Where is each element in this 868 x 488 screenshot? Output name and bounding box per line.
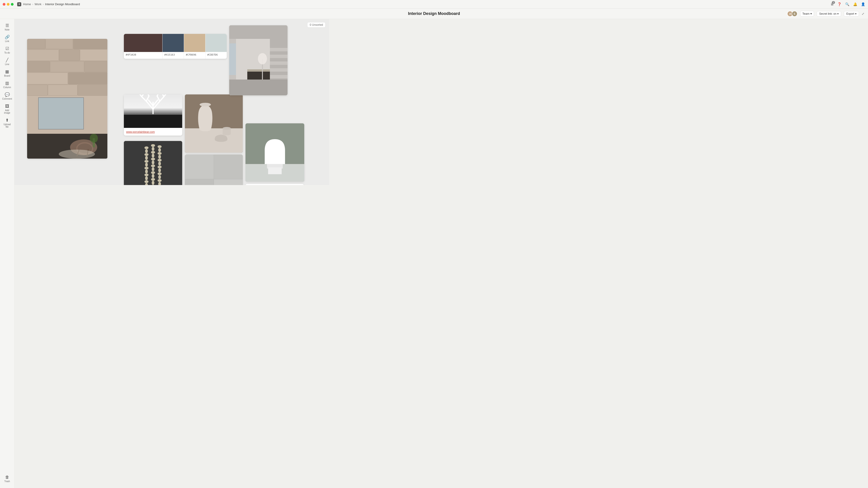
swatch-label-2: #415163	[162, 52, 184, 58]
svg-point-63	[151, 158, 155, 160]
breadcrumb: Home › Work › Interior Design Moodboard	[23, 2, 80, 6]
comment-icon: 💬	[5, 93, 10, 97]
sidebar-item-todo[interactable]: ☑ To-do	[1, 45, 13, 56]
app-logo: ✕	[17, 2, 21, 6]
svg-rect-109	[270, 68, 287, 72]
svg-point-83	[158, 173, 161, 175]
moodboard: 0 Unsorted	[14, 19, 329, 185]
breadcrumb-current: Interior Design Moodboard	[45, 2, 80, 6]
svg-point-66	[152, 167, 154, 171]
svg-rect-25	[124, 115, 182, 128]
svg-point-86	[158, 182, 161, 185]
svg-rect-14	[78, 85, 107, 96]
svg-point-85	[158, 180, 161, 182]
upload-icon: ⬆	[5, 118, 9, 122]
sidebar-item-comment[interactable]: 💬 Comment	[1, 91, 13, 102]
todo-icon: ☑	[5, 46, 9, 51]
sidebar-label-board: Board	[4, 74, 10, 77]
svg-point-44	[145, 147, 148, 149]
svg-rect-13	[48, 85, 77, 96]
svg-point-93	[199, 103, 211, 106]
svg-point-52	[145, 174, 148, 176]
sidebar-item-link[interactable]: 🔗 Link	[1, 33, 13, 44]
swatch-sage: #CDD7D6	[205, 34, 227, 59]
line-icon: ╱	[6, 58, 8, 62]
title-bar: Interior Design Moodboard A E Team ▾ Sec…	[0, 8, 329, 19]
swatch-tan: #CFB696	[184, 34, 205, 59]
architecture-room-image[interactable]	[229, 25, 287, 95]
breadcrumb-home[interactable]: Home	[23, 2, 31, 6]
sidebar-label-comment: Comment	[2, 98, 12, 100]
chain-pendant-card[interactable]	[124, 141, 182, 185]
swatch-label-1: #4F3A38	[124, 52, 162, 58]
svg-point-97	[223, 127, 231, 130]
svg-point-77	[158, 152, 161, 155]
svg-point-54	[145, 181, 148, 183]
vases-image[interactable]	[185, 94, 243, 153]
sidebar-item-note[interactable]: ☰ Note	[1, 22, 13, 33]
svg-point-78	[158, 155, 161, 159]
svg-point-50	[145, 167, 148, 169]
sidebar-label-todo: To-do	[4, 52, 10, 54]
svg-point-112	[258, 53, 267, 64]
svg-point-24	[90, 134, 98, 143]
svg-rect-11	[68, 72, 107, 84]
gray-tile-image[interactable]	[185, 155, 243, 185]
coral-sculpture-card[interactable]: www.porcelainbear.com	[124, 94, 182, 135]
arch-placeholder	[229, 25, 287, 95]
svg-rect-121	[214, 155, 243, 179]
svg-rect-5	[59, 50, 80, 61]
svg-point-79	[158, 159, 161, 161]
sidebar-item-board[interactable]: ▦ Board	[1, 68, 13, 79]
svg-rect-10	[27, 72, 68, 84]
color-swatches-card[interactable]: #4F3A38 #415163 #CFB696 #CDD7D6	[124, 34, 227, 59]
svg-point-69	[151, 178, 155, 181]
breadcrumb-work[interactable]: Work	[35, 2, 41, 6]
main-image[interactable]	[27, 39, 107, 159]
unsorted-badge[interactable]: 0 Unsorted	[307, 22, 326, 28]
svg-rect-2	[46, 39, 73, 49]
svg-rect-4	[27, 50, 59, 61]
swatch-brown: #4F3A38	[124, 34, 162, 59]
traffic-lights	[3, 3, 13, 6]
sidebar-label-note: Note	[5, 29, 9, 31]
svg-line-29	[142, 97, 146, 101]
svg-rect-8	[50, 61, 84, 72]
minimize-button[interactable]	[7, 3, 9, 6]
svg-point-46	[145, 153, 148, 156]
close-button[interactable]	[3, 3, 5, 6]
sidebar-item-upload-file[interactable]: ⬆ Upload file	[1, 116, 13, 130]
svg-point-22	[59, 150, 95, 159]
sidebar-item-column[interactable]: ▥ Column	[1, 79, 13, 90]
note-icon: ☰	[5, 24, 9, 28]
svg-point-64	[152, 161, 154, 164]
todo-card[interactable]: Email the tile factory about quantities …	[246, 184, 304, 185]
svg-point-75	[158, 145, 161, 148]
sidebar-label-column: Column	[3, 86, 11, 89]
svg-point-84	[158, 175, 161, 179]
breadcrumb-sep-2: ›	[43, 2, 43, 6]
svg-rect-113	[229, 43, 236, 75]
coral-link[interactable]: www.porcelainbear.com	[124, 128, 182, 135]
breadcrumb-sep-1: ›	[32, 2, 33, 6]
svg-rect-104	[229, 79, 287, 95]
svg-point-55	[145, 183, 148, 185]
sidebar-item-line[interactable]: ╱ Line	[1, 56, 13, 67]
link-icon: 🔗	[5, 35, 10, 39]
svg-line-31	[160, 97, 164, 101]
svg-rect-91	[185, 128, 243, 153]
top-bar: ✕ Home › Work › Interior Design Moodboar…	[0, 0, 329, 8]
white-lamp-image[interactable]	[246, 123, 304, 182]
svg-point-60	[152, 147, 154, 151]
swatch-label-3: #CFB696	[184, 52, 205, 58]
svg-line-40	[157, 94, 159, 96]
svg-point-61	[151, 151, 155, 153]
svg-rect-3	[73, 39, 107, 49]
svg-point-47	[145, 156, 148, 160]
svg-point-62	[152, 154, 154, 158]
svg-rect-107	[270, 55, 287, 58]
sidebar-item-add-image[interactable]: 🖼 Add image	[1, 102, 13, 116]
maximize-button[interactable]	[11, 3, 13, 6]
column-icon: ▥	[5, 81, 9, 85]
svg-rect-105	[270, 39, 287, 79]
